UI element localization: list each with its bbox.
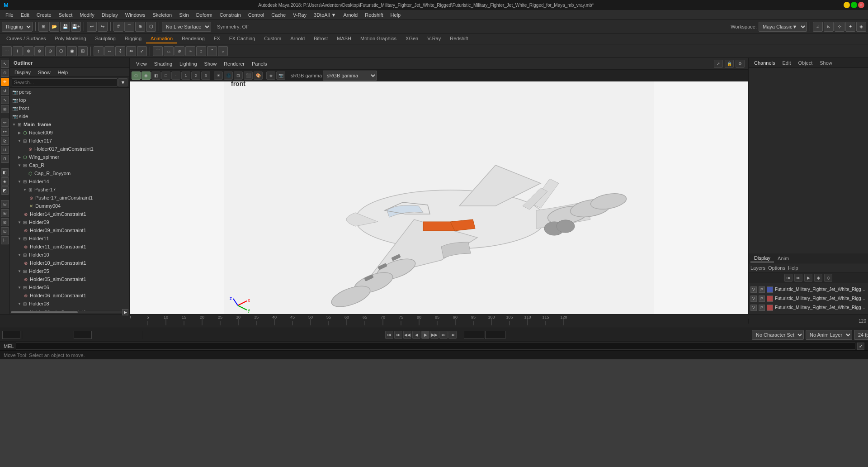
tree-item-holder08[interactable]: ▼ ⊞ Holder08 <box>10 300 129 308</box>
tab-poly-modeling[interactable]: Poly Modeling <box>50 34 90 43</box>
paint-tool-icon[interactable]: ✏ <box>1 119 9 127</box>
live-surface-select[interactable]: No Live Surface <box>162 22 211 32</box>
outliner-display-menu[interactable]: Display <box>12 69 33 76</box>
outliner-scrollbar-thumb[interactable] <box>11 311 78 313</box>
anim-tool-11[interactable]: ⇕ <box>115 46 125 56</box>
skin-icon[interactable]: ⊔ <box>1 146 9 154</box>
shading-wireframe-button[interactable]: ⬡ <box>132 71 141 80</box>
no-character-set-select[interactable]: No Character Set <box>752 330 804 340</box>
menu-windows[interactable]: Windows <box>122 11 149 19</box>
tree-item-dummy004[interactable]: ✕ Dummy004 <box>10 202 129 210</box>
tree-item-holder05-constraint[interactable]: ⊗ Holder05_aimConstraint1 <box>10 275 129 283</box>
tab-bifrost[interactable]: Bifrost <box>309 34 332 43</box>
anim-tool-2[interactable]: ⟨ <box>13 46 23 56</box>
help-submenu[interactable]: Help <box>788 265 798 271</box>
select-tool-icon[interactable]: ↖ <box>1 60 9 68</box>
tree-item-persp[interactable]: 📷 persp <box>10 88 129 96</box>
viewport-canvas[interactable]: front x y z <box>130 81 748 314</box>
crease-icon[interactable]: ⊓ <box>1 155 9 163</box>
go-to-end-button[interactable]: ⏮ <box>448 331 457 339</box>
layer-color-2[interactable] <box>767 295 773 302</box>
layer-next-button[interactable]: ⏭ <box>794 274 802 282</box>
tree-item-holder10[interactable]: ▼ ⊞ Holder10 <box>10 251 129 259</box>
open-file-button[interactable]: 📂 <box>49 22 59 32</box>
expand-arrow[interactable]: ▼ <box>17 269 22 273</box>
anim-tool-7[interactable]: ◉ <box>67 46 77 56</box>
tree-item-pusher17[interactable]: ▼ ⊞ Pusher17 <box>10 186 129 194</box>
go-to-start-button[interactable]: ⏮ <box>385 331 393 339</box>
outliner-scroll-right[interactable]: ▶ <box>122 309 128 315</box>
last-tool-icon[interactable]: ⊠ <box>1 105 9 113</box>
mel-input[interactable] <box>16 343 855 350</box>
snap-point-button[interactable]: ⊕ <box>135 22 145 32</box>
menu-file[interactable]: File <box>2 11 17 19</box>
snap-grid-button[interactable]: # <box>113 22 123 32</box>
viewport-lock-button[interactable]: 🔒 <box>725 60 734 68</box>
save-as-button[interactable]: 💾+ <box>71 22 81 32</box>
trax-icon[interactable]: ⊠ <box>1 218 9 226</box>
anim-tool-19[interactable]: ⌃ <box>207 46 217 56</box>
fps-select[interactable]: 24 fps <box>854 330 868 340</box>
shader-icon[interactable]: ◩ <box>1 186 9 195</box>
anim-tool-13[interactable]: ⤢ <box>137 46 147 56</box>
anim-tool-6[interactable]: ⬡ <box>56 46 66 56</box>
viewport-panels-menu[interactable]: Panels <box>249 60 270 67</box>
anim-tool-16[interactable]: ⌀ <box>175 46 184 56</box>
layer-play-button[interactable]: ▶ <box>804 274 812 282</box>
tab-redshift[interactable]: Redshift <box>445 34 472 43</box>
viewport-shading-menu[interactable]: Shading <box>151 60 175 67</box>
graph-icon[interactable]: ⊟ <box>1 200 9 208</box>
tab-mash[interactable]: MASH <box>332 34 356 43</box>
redo-button[interactable]: ↪ <box>98 22 108 32</box>
tree-item-top[interactable]: 📷 top <box>10 96 129 104</box>
expand-arrow[interactable]: ▼ <box>17 179 22 184</box>
gamma-select[interactable]: sRGB gamma <box>323 71 377 81</box>
tab-motion-graphics[interactable]: Motion Graphics <box>356 34 401 43</box>
maximize-button[interactable]: □ <box>851 2 857 8</box>
snap-curve-button[interactable]: ⌒ <box>124 22 134 32</box>
menu-3dtoall[interactable]: 3DtoAll ▼ <box>310 11 340 19</box>
tree-item-main-frame[interactable]: ▼ ⊞ Main_frame <box>10 120 129 129</box>
expand-arrow[interactable]: ▼ <box>17 220 22 224</box>
anim-tool-4[interactable]: ⊗ <box>34 46 44 56</box>
xray-btn[interactable]: ⊡ <box>234 71 243 80</box>
anim-tool-9[interactable]: ↕ <box>94 46 104 56</box>
rigging-mode-select[interactable]: Rigging <box>2 22 33 32</box>
step-forward-button[interactable]: ▶▶ <box>430 331 439 339</box>
tab-custom[interactable]: Custom <box>259 34 286 43</box>
dope-icon[interactable]: ⊞ <box>1 209 9 217</box>
tab-fx-caching[interactable]: FX Caching <box>225 34 259 43</box>
tree-item-holder06-constraint[interactable]: ⊗ Holder06_aimConstraint1 <box>10 291 129 300</box>
expand-arrow[interactable]: ▼ <box>17 236 22 241</box>
menu-control[interactable]: Control <box>245 11 268 19</box>
lasso-tool-icon[interactable]: ⊙ <box>1 69 9 77</box>
anim-tool-18[interactable]: ⌂ <box>196 46 206 56</box>
layer-visibility-3[interactable]: V <box>750 305 757 311</box>
layer-playback-3[interactable]: P <box>759 305 765 311</box>
new-file-button[interactable]: ⊞ <box>38 22 48 32</box>
tree-item-holder09[interactable]: ▼ ⊞ Holder09 <box>10 218 129 226</box>
tab-fx[interactable]: FX <box>209 34 225 43</box>
menu-select[interactable]: Select <box>55 11 76 19</box>
expand-arrow[interactable]: ▶ <box>17 155 22 159</box>
menu-constrain[interactable]: Constrain <box>216 11 245 19</box>
anim-tool-20[interactable]: ⌄ <box>218 46 228 56</box>
outliner-help-menu[interactable]: Help <box>55 69 71 76</box>
outliner-show-menu[interactable]: Show <box>35 69 53 76</box>
layer-color-3[interactable] <box>767 305 773 311</box>
resolution-high-button[interactable]: 3 <box>201 71 210 80</box>
tree-item-cap-r[interactable]: ▼ ⊞ Cap_R <box>10 161 129 169</box>
menu-edit[interactable]: Edit <box>17 11 33 19</box>
layer-playback-2[interactable]: P <box>759 295 765 302</box>
anim-tool-1[interactable]: ⋯ <box>2 46 12 56</box>
menu-display[interactable]: Display <box>98 11 122 19</box>
layer-color-1[interactable] <box>767 286 773 293</box>
isolate-btn[interactable]: ◈ <box>266 71 275 80</box>
tab-curves-surfaces[interactable]: Curves / Surfaces <box>2 34 50 43</box>
go-to-next-key-button[interactable]: ⏭ <box>439 331 448 339</box>
tree-item-holder14-constraint[interactable]: ⊗ Holder14_aimConstraint1 <box>10 210 129 218</box>
expand-arrow[interactable]: ▶ <box>17 130 22 135</box>
expand-arrow[interactable]: ▼ <box>17 253 22 257</box>
anim-tool-3[interactable]: ⊕ <box>24 46 33 56</box>
display-tab[interactable]: Display <box>750 254 774 262</box>
